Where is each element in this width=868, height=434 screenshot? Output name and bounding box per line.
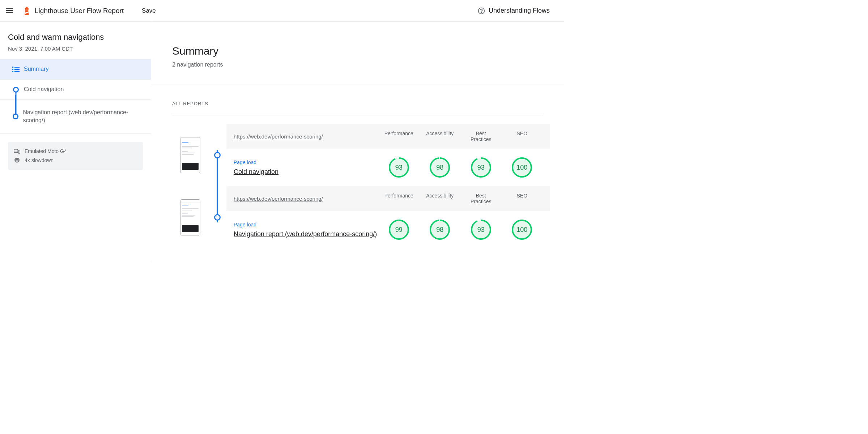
score-gauge[interactable]: 100 [502,157,543,178]
svg-rect-3 [14,149,18,152]
svg-rect-4 [18,150,20,153]
setting-device: Emulated Moto G4 [14,147,137,156]
menu-icon[interactable] [6,7,14,15]
report-block: https://web.dev/performance-scoring/ Per… [172,124,550,186]
help-label: Understanding Flows [489,7,550,14]
score-value: 100 [512,220,532,240]
page-subtitle: 2 navigation reports [172,61,564,68]
metric-header: Accessibility [420,193,461,204]
setting-cpu-label: 4x slowdown [25,157,54,163]
all-reports-heading: ALL REPORTS [151,84,564,115]
metric-header: BestPractices [460,131,502,142]
score-value: 99 [389,220,409,240]
metric-header: Performance [378,193,420,204]
flow-title: Cold and warm navigations [8,33,143,42]
score-value: 98 [430,157,450,178]
score-value: 100 [512,157,532,178]
timeline-node-icon [214,152,221,158]
metric-header: Accessibility [420,131,461,142]
metric-header: SEO [502,193,543,204]
screenshot-thumbnail [180,137,200,173]
score-gauge[interactable]: 93 [460,157,502,178]
report-url-row: https://web.dev/performance-scoring/ Per… [226,186,550,211]
report-url-link[interactable]: https://web.dev/performance-scoring/ [234,133,378,140]
report-block: https://web.dev/performance-scoring/ Per… [172,186,550,248]
lighthouse-logo-icon [23,7,30,15]
metric-header: Performance [378,131,420,142]
timeline-node-icon [214,214,221,221]
app-header: Lighthouse User Flow Report Save Underst… [0,0,564,22]
summary-list-icon [12,67,20,72]
score-gauge[interactable]: 100 [502,220,543,240]
setting-device-label: Emulated Moto G4 [25,148,67,154]
help-icon [478,7,485,14]
sidebar-item-step-1[interactable]: Navigation report (web.dev/performance-s… [0,100,151,134]
sidebar-item-label: Summary [24,65,48,73]
save-button[interactable]: Save [142,7,156,14]
sidebar-item-summary[interactable]: Summary [0,59,151,80]
sidebar: Cold and warm navigations Nov 3, 2021, 7… [0,22,151,263]
score-gauge[interactable]: 98 [420,220,461,240]
page-title: Summary [172,45,564,57]
report-url-row: https://web.dev/performance-scoring/ Per… [226,124,550,149]
screenshot-thumbnail [180,199,200,235]
app-title: Lighthouse User Flow Report [35,7,124,15]
timeline-node-icon [13,87,19,93]
svg-rect-6 [16,159,18,161]
score-gauge[interactable]: 93 [460,220,502,240]
step-name-link[interactable]: Cold navigation [234,168,278,175]
settings-card: Emulated Moto G4 4x slowdown [8,142,143,170]
svg-point-2 [481,12,481,13]
score-value: 93 [471,220,491,240]
score-gauge[interactable]: 93 [378,157,420,178]
device-icon [14,148,20,154]
sidebar-item-label: Navigation report (web.dev/performance-s… [23,109,143,125]
setting-cpu: 4x slowdown [14,156,137,165]
main-content: Summary 2 navigation reports ALL REPORTS… [151,22,564,263]
cpu-icon [14,157,20,163]
metric-header: BestPractices [460,193,502,204]
sidebar-item-label: Cold navigation [24,85,64,93]
step-type-label: Page load [234,159,378,165]
score-value: 93 [471,157,491,178]
svg-rect-5 [16,158,19,162]
svg-rect-0 [25,9,28,10]
timeline-node-icon [13,114,18,119]
metric-header: SEO [502,131,543,142]
report-step-row: Page load Cold navigation 93 98 [226,149,550,186]
step-type-label: Page load [234,222,378,227]
sidebar-item-step-0[interactable]: Cold navigation [0,80,151,100]
score-gauge[interactable]: 98 [420,157,461,178]
report-url-link[interactable]: https://web.dev/performance-scoring/ [234,196,378,202]
help-link[interactable]: Understanding Flows [478,7,558,14]
score-gauge[interactable]: 99 [378,220,420,240]
report-step-row: Page load Navigation report (web.dev/per… [226,211,550,248]
flow-date: Nov 3, 2021, 7:00 AM CDT [8,46,143,52]
score-value: 98 [430,220,450,240]
step-name-link[interactable]: Navigation report (web.dev/performance-s… [234,230,377,238]
score-value: 93 [389,157,409,178]
